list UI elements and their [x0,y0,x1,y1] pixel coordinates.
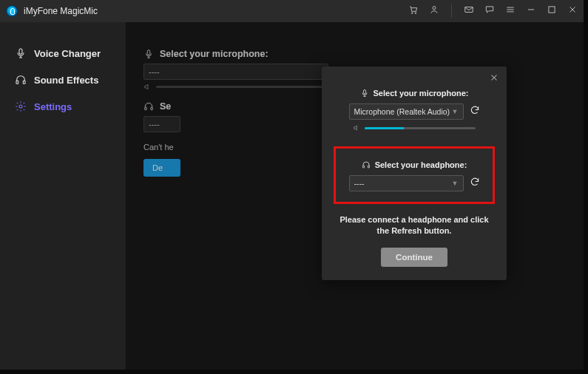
close-icon[interactable] [567,4,578,18]
continue-button[interactable]: Continue [381,248,447,267]
maximize-icon[interactable] [547,4,557,18]
cart-icon[interactable] [408,4,419,18]
svg-point-2 [433,7,436,10]
close-icon [489,72,499,83]
svg-point-1 [415,13,416,14]
feedback-icon[interactable] [484,4,495,18]
speaker-icon [353,124,360,132]
svg-rect-13 [362,166,364,168]
sidebar: Voice Changer Sound Effects Settings [0,22,126,370]
modal-mic-label: Select your microphone: [374,89,469,98]
svg-rect-5 [19,49,22,54]
svg-rect-3 [465,7,473,13]
modal-mic-volume [365,127,476,129]
modal-mic-select[interactable]: Microphone (Realtek Audio)▼ [349,103,464,120]
svg-point-8 [19,105,22,108]
svg-rect-14 [368,166,369,168]
svg-rect-6 [16,81,18,84]
sidebar-item-label: Voice Changer [34,48,101,59]
titlebar: iMyFone MagicMic [0,0,584,22]
main-panel: Select your microphone: ---- Se ---- Can… [126,22,584,370]
app-logo-icon [6,5,18,17]
modal-hp-section: Select your headphone: ----▼ [334,146,495,204]
svg-rect-12 [363,90,365,95]
sidebar-item-sound-effects[interactable]: Sound Effects [0,67,126,93]
sidebar-item-label: Sound Effects [34,75,98,86]
sidebar-item-label: Settings [34,101,72,112]
svg-point-0 [411,13,413,14]
gear-icon [15,101,27,112]
user-icon[interactable] [429,4,439,18]
modal-mic-section: Select your microphone: Microphone (Real… [334,84,495,136]
modal-hp-refresh-button[interactable] [470,177,480,190]
modal-hp-label: Select your headphone: [375,160,467,169]
sidebar-item-settings[interactable]: Settings [0,93,126,120]
mic-icon [360,89,369,98]
modal-close-button[interactable] [489,72,499,83]
modal-message: Please connect a headphone and click the… [334,214,495,237]
sidebar-item-voice-changer[interactable]: Voice Changer [0,40,126,67]
modal-mic-refresh-button[interactable] [470,105,480,118]
device-setup-modal: Select your microphone: Microphone (Real… [322,67,507,280]
mail-icon[interactable] [464,4,474,18]
menu-icon[interactable] [505,4,516,18]
headphone-icon [362,160,371,169]
app-title: iMyFone MagicMic [24,6,98,16]
svg-rect-4 [549,7,555,13]
refresh-icon [470,105,480,115]
headphone-icon [15,74,27,86]
chevron-down-icon: ▼ [452,108,459,115]
refresh-icon [470,177,480,187]
mic-icon [15,47,27,59]
minimize-icon[interactable] [526,4,536,18]
chevron-down-icon: ▼ [452,180,459,187]
modal-hp-select[interactable]: ----▼ [349,175,464,191]
svg-rect-7 [23,81,25,84]
